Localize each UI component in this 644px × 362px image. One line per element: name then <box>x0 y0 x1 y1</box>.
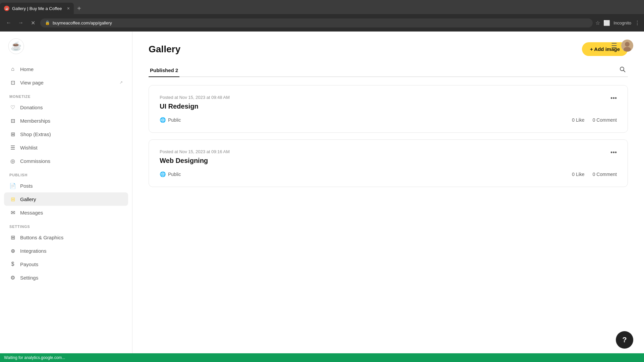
browser-controls: ← → ✕ 🔒 buymeacoffee.com/app/gallery ☆ ⬜… <box>0 14 644 32</box>
gallery-card: Posted at Nov 15, 2023 at 09:16 AM Web D… <box>149 139 628 187</box>
card-footer: 🌐 Public 0 Like 0 Comment <box>160 117 617 123</box>
card-header: Posted at Nov 15, 2023 at 09:48 AM UI Re… <box>160 95 617 117</box>
forward-button[interactable]: → <box>16 18 25 27</box>
header-right: ☰ <box>611 40 633 52</box>
card-stats: 0 Like 0 Comment <box>572 117 617 123</box>
sidebar-item-donations[interactable]: ♡ Donations <box>4 101 128 114</box>
likes-count: 0 Like <box>572 117 584 123</box>
visibility-label: Public <box>168 117 181 123</box>
browser-actions: ☆ ⬜ Incognito ⋮ <box>595 20 640 26</box>
visibility-label: Public <box>168 172 181 177</box>
sidebar-item-gallery[interactable]: ⊞ Gallery <box>4 192 128 206</box>
sidebar-item-label: Gallery <box>20 196 36 202</box>
help-button[interactable]: ? <box>616 331 633 349</box>
avatar[interactable] <box>621 40 633 52</box>
tab-bar: ☕ Gallery | Buy Me a Coffee × + <box>0 0 644 14</box>
bookmark-button[interactable]: ☆ <box>595 20 600 26</box>
card-visibility: 🌐 Public <box>160 171 181 177</box>
sidebar-item-settings[interactable]: ⚙ Settings <box>4 271 128 284</box>
sidebar-item-label: Shop (Extras) <box>20 131 51 137</box>
incognito-label: Incognito <box>613 20 631 25</box>
sidebar-item-shop[interactable]: ⊞ Shop (Extras) <box>4 127 128 141</box>
browser-tab[interactable]: ☕ Gallery | Buy Me a Coffee × <box>0 3 74 14</box>
sidebar-item-label: Posts <box>20 183 33 189</box>
card-stats: 0 Like 0 Comment <box>572 172 617 177</box>
buttons-icon: ⊞ <box>9 234 16 241</box>
section-label-settings: SETTINGS <box>4 219 128 231</box>
search-button[interactable] <box>617 64 628 76</box>
lock-icon: 🔒 <box>45 20 50 25</box>
card-footer: 🌐 Public 0 Like 0 Comment <box>160 171 617 177</box>
gallery-icon: ⊞ <box>9 196 16 202</box>
address-bar[interactable]: 🔒 buymeacoffee.com/app/gallery <box>40 18 593 27</box>
svg-text:☕: ☕ <box>11 41 22 51</box>
sidebar-item-label: Settings <box>20 275 38 281</box>
sidebar-item-label: Home <box>20 66 34 72</box>
menu-button[interactable]: ⋮ <box>635 20 640 26</box>
doc-icon: 📄 <box>9 182 16 189</box>
sidebar-item-label: Messages <box>20 210 43 216</box>
heart-icon: ♡ <box>9 104 16 111</box>
card-title: Web Designing <box>160 157 230 165</box>
box-icon: ⊞ <box>9 131 16 137</box>
sidebar-item-label: Integrations <box>20 248 46 254</box>
external-link-icon: ↗ <box>119 80 123 85</box>
card-posted-at: Posted at Nov 15, 2023 at 09:48 AM <box>160 95 230 100</box>
svg-point-6 <box>625 42 630 47</box>
sidebar-item-memberships[interactable]: ⊟ Memberships <box>4 114 128 127</box>
back-button[interactable]: ← <box>4 18 13 27</box>
sidebar-item-label: Buttons & Graphics <box>20 235 63 240</box>
sidebar-item-integrations[interactable]: ⊕ Integrations <box>4 244 128 257</box>
comments-count: 0 Comment <box>593 117 617 123</box>
sidebar-item-label: Memberships <box>20 118 50 124</box>
sidebar: ☕ ⌂ Home ⊡ View page ↗ MONETIZE ♡ Donati… <box>0 32 132 361</box>
list-icon: ☰ <box>9 144 16 151</box>
sidebar-item-label: View page <box>20 80 44 85</box>
sidebar-item-view-page[interactable]: ⊡ View page ↗ <box>4 76 128 89</box>
extension-button[interactable]: ⬜ <box>603 20 610 26</box>
view-page-icon: ⊡ <box>9 79 16 86</box>
card-more-button[interactable]: ••• <box>610 149 617 156</box>
search-icon <box>619 66 626 73</box>
globe-icon: 🌐 <box>160 171 166 177</box>
card-title: UI Redesign <box>160 103 230 110</box>
tab-close-button[interactable]: × <box>67 6 70 11</box>
sidebar-item-label: Payouts <box>20 261 38 267</box>
card-more-button[interactable]: ••• <box>610 95 617 102</box>
sidebar-item-home[interactable]: ⌂ Home <box>4 62 128 76</box>
sidebar-item-wishlist[interactable]: ☰ Wishlist <box>4 141 128 154</box>
sidebar-item-label: Wishlist <box>20 145 38 150</box>
sidebar-item-buttons-graphics[interactable]: ⊞ Buttons & Graphics <box>4 231 128 244</box>
new-tab-button[interactable]: + <box>74 5 85 12</box>
page-title: Gallery <box>149 44 180 55</box>
tab-published[interactable]: Published 2 <box>149 64 179 77</box>
card-visibility: 🌐 Public <box>160 117 181 123</box>
globe-icon: 🌐 <box>160 117 166 123</box>
status-bar: Waiting for analytics.google.com... <box>0 353 644 362</box>
svg-line-9 <box>624 70 625 72</box>
tab-favicon: ☕ <box>4 6 9 11</box>
sidebar-item-posts[interactable]: 📄 Posts <box>4 179 128 192</box>
gear-icon: ⚙ <box>9 274 16 281</box>
logo-icon: ☕ <box>8 38 24 54</box>
page-header: Gallery + Add image <box>149 42 628 56</box>
sidebar-navigation: ⌂ Home ⊡ View page ↗ MONETIZE ♡ Donation… <box>0 62 132 361</box>
help-icon: ? <box>622 336 627 344</box>
sidebar-item-label: Donations <box>20 105 43 110</box>
card-posted-at: Posted at Nov 15, 2023 at 09:16 AM <box>160 149 230 154</box>
gallery-card: Posted at Nov 15, 2023 at 09:48 AM UI Re… <box>149 85 628 133</box>
comments-count: 0 Comment <box>593 172 617 177</box>
sidebar-item-commissions[interactable]: ◎ Commissions <box>4 154 128 168</box>
sidebar-item-payouts[interactable]: $ Payouts <box>4 257 128 271</box>
section-label-publish: PUBLISH <box>4 168 128 179</box>
hamburger-button[interactable]: ☰ <box>611 42 617 50</box>
browser-chrome: ☕ Gallery | Buy Me a Coffee × + ← → ✕ 🔒 … <box>0 0 644 32</box>
svg-text:☕: ☕ <box>5 7 8 10</box>
home-icon: ⌂ <box>9 66 16 72</box>
tabs-bar: Published 2 <box>149 64 628 77</box>
dollar-icon: $ <box>9 261 16 267</box>
refresh-button[interactable]: ✕ <box>28 18 38 27</box>
app-container: ☕ ⌂ Home ⊡ View page ↗ MONETIZE ♡ Donati… <box>0 32 644 361</box>
sidebar-item-messages[interactable]: ✉ Messages <box>4 206 128 219</box>
section-label-monetize: MONETIZE <box>4 89 128 101</box>
